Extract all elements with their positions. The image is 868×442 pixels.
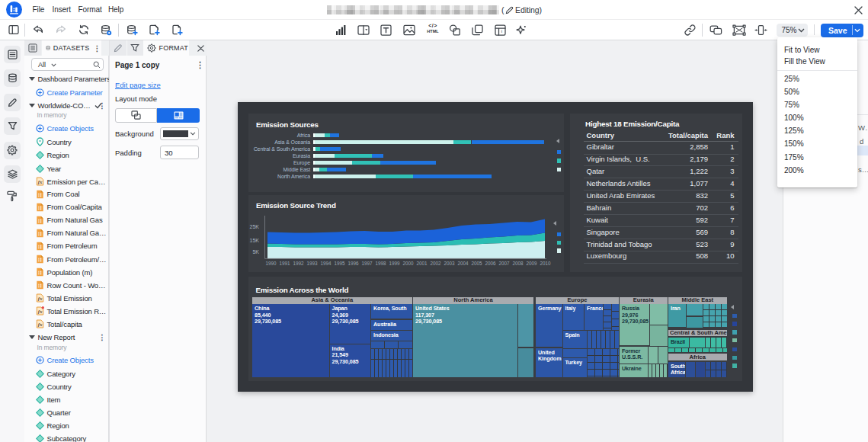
svg-text:fx: fx — [37, 179, 42, 185]
svg-text:i: i — [501, 29, 502, 34]
svg-text:fx: fx — [37, 309, 42, 315]
svg-text:fx: fx — [37, 322, 42, 328]
svg-text:fx: fx — [37, 296, 42, 302]
